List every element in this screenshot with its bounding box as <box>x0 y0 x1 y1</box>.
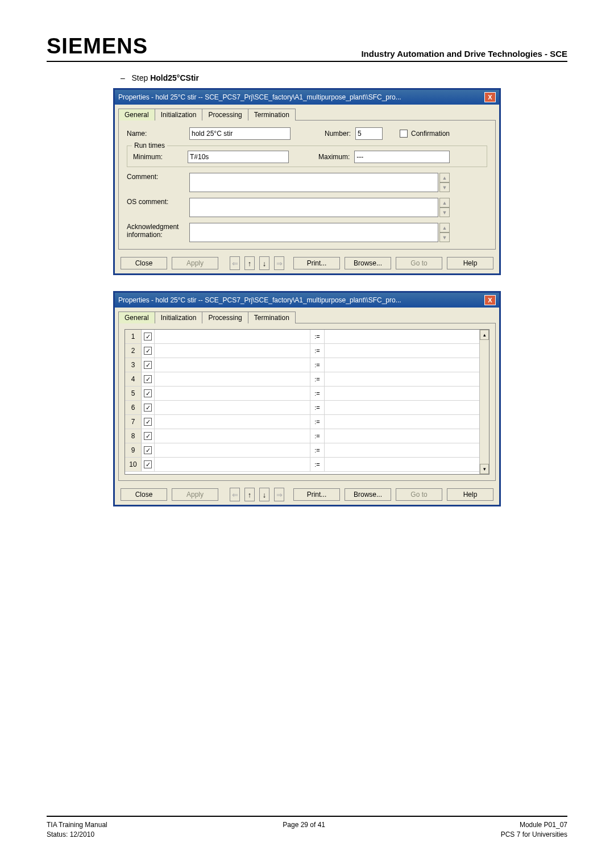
goto-button[interactable]: Go to <box>396 488 442 501</box>
row-left-field[interactable] <box>155 443 310 457</box>
browse-button[interactable]: Browse... <box>345 488 391 501</box>
titlebar[interactable]: Properties - hold 25°C stir -- SCE_PCS7_… <box>115 293 499 308</box>
scroll-up-icon[interactable]: ▴ <box>480 330 489 340</box>
tab-strip: General Initialization Processing Termin… <box>118 311 496 323</box>
help-button[interactable]: Help <box>447 257 493 269</box>
tab-general[interactable]: General <box>118 312 155 323</box>
siemens-logo: SIEMENS <box>47 34 148 59</box>
confirmation-checkbox[interactable] <box>400 130 408 138</box>
comment-textarea[interactable] <box>189 173 438 192</box>
row-right-field[interactable] <box>325 344 480 358</box>
close-button[interactable]: Close <box>121 488 167 501</box>
row-number: 8 <box>125 429 142 443</box>
tab-processing[interactable]: Processing <box>202 109 248 121</box>
grid-row: 6:= <box>125 401 489 415</box>
row-right-field[interactable] <box>325 443 480 457</box>
close-button[interactable]: Close <box>121 257 167 269</box>
row-right-field[interactable] <box>325 387 480 400</box>
scroll-up-icon[interactable]: ▲ <box>439 223 450 232</box>
close-icon[interactable]: X <box>484 92 496 102</box>
scroll-down-icon[interactable]: ▼ <box>439 232 450 242</box>
scroll-down-icon[interactable]: ▼ <box>439 182 450 192</box>
nav-down-icon[interactable]: ↓ <box>259 256 269 270</box>
vertical-scrollbar[interactable]: ▴ ▾ <box>479 330 489 474</box>
dialog-title: Properties - hold 25°C stir -- SCE_PCS7_… <box>118 296 401 304</box>
assign-operator: := <box>310 387 325 400</box>
oscomment-textarea[interactable] <box>189 198 438 217</box>
row-checkbox[interactable] <box>144 418 152 426</box>
nav-forward-icon[interactable]: ⇒ <box>274 256 284 270</box>
row-checkbox[interactable] <box>144 432 152 440</box>
row-checkbox[interactable] <box>144 361 152 369</box>
close-icon[interactable]: X <box>484 295 496 305</box>
row-left-field[interactable] <box>155 429 310 443</box>
properties-dialog-general: Properties - hold 25°C stir -- SCE_PCS7_… <box>113 88 501 275</box>
row-right-field[interactable] <box>325 372 480 386</box>
row-left-field[interactable] <box>155 358 310 372</box>
row-number: 2 <box>125 344 142 358</box>
row-right-field[interactable] <box>325 415 480 429</box>
row-checkbox-cell <box>142 387 155 400</box>
row-checkbox-cell <box>142 401 155 414</box>
print-button[interactable]: Print... <box>293 488 340 501</box>
row-checkbox[interactable] <box>144 389 152 397</box>
nav-back-icon[interactable]: ⇐ <box>230 256 240 270</box>
row-checkbox-cell <box>142 429 155 443</box>
ack-textarea[interactable] <box>189 223 438 242</box>
row-checkbox[interactable] <box>144 347 152 355</box>
minimum-input[interactable] <box>188 151 289 163</box>
row-checkbox-cell <box>142 372 155 386</box>
row-right-field[interactable] <box>325 358 480 372</box>
confirmation-label: Confirmation <box>411 130 450 138</box>
titlebar[interactable]: Properties - hold 25°C stir -- SCE_PCS7_… <box>115 90 499 105</box>
row-left-field[interactable] <box>155 401 310 414</box>
tab-termination[interactable]: Termination <box>248 109 296 121</box>
tab-initialization[interactable]: Initialization <box>155 109 203 121</box>
step-name: Hold25°CStir <box>150 73 199 82</box>
row-number: 9 <box>125 443 142 457</box>
nav-up-icon[interactable]: ↑ <box>244 488 255 501</box>
row-left-field[interactable] <box>155 415 310 429</box>
step-prefix: Step <box>131 73 148 82</box>
row-checkbox[interactable] <box>144 404 152 412</box>
print-button[interactable]: Print... <box>293 257 340 269</box>
tab-processing[interactable]: Processing <box>202 312 248 323</box>
name-input[interactable] <box>189 127 291 140</box>
row-number: 3 <box>125 358 142 372</box>
row-right-field[interactable] <box>325 330 480 343</box>
help-button[interactable]: Help <box>447 488 493 501</box>
assign-operator: := <box>310 429 325 443</box>
step-dash: – <box>121 73 125 82</box>
apply-button[interactable]: Apply <box>172 488 218 501</box>
nav-forward-icon[interactable]: ⇒ <box>274 488 284 501</box>
row-left-field[interactable] <box>155 344 310 358</box>
nav-down-icon[interactable]: ↓ <box>259 488 269 501</box>
tab-initialization[interactable]: Initialization <box>155 312 203 323</box>
tab-termination[interactable]: Termination <box>248 312 296 323</box>
scroll-up-icon[interactable]: ▲ <box>439 198 450 207</box>
goto-button[interactable]: Go to <box>396 257 442 269</box>
scroll-down-icon[interactable]: ▼ <box>439 207 450 217</box>
apply-button[interactable]: Apply <box>172 257 218 269</box>
browse-button[interactable]: Browse... <box>345 257 391 269</box>
nav-up-icon[interactable]: ↑ <box>244 256 255 270</box>
row-left-field[interactable] <box>155 330 310 343</box>
row-checkbox[interactable] <box>144 333 152 340</box>
footer-left-2: Status: 12/2010 <box>47 830 107 840</box>
nav-back-icon[interactable]: ⇐ <box>230 488 240 501</box>
row-checkbox[interactable] <box>144 446 152 454</box>
number-input[interactable] <box>355 127 383 140</box>
row-checkbox-cell <box>142 443 155 457</box>
row-checkbox[interactable] <box>144 460 152 468</box>
row-checkbox[interactable] <box>144 375 152 383</box>
maximum-input[interactable] <box>354 151 450 163</box>
row-right-field[interactable] <box>325 401 480 414</box>
row-left-field[interactable] <box>155 372 310 386</box>
row-left-field[interactable] <box>155 387 310 400</box>
row-right-field[interactable] <box>325 429 480 443</box>
scroll-up-icon[interactable]: ▲ <box>439 173 450 182</box>
tab-general[interactable]: General <box>118 109 155 121</box>
scroll-down-icon[interactable]: ▾ <box>480 464 489 474</box>
row-left-field[interactable] <box>155 458 310 471</box>
row-right-field[interactable] <box>325 458 480 471</box>
